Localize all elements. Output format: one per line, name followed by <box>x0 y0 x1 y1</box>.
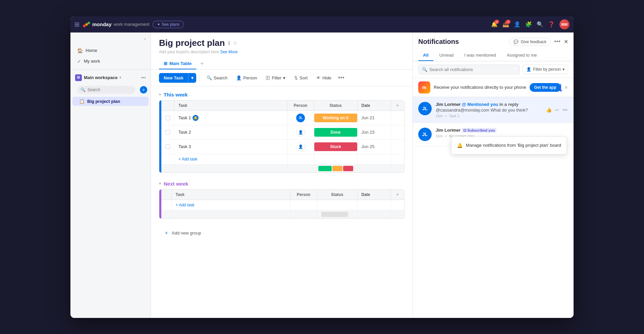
notif-1-meta: 15m • Task 1 <box>436 114 541 118</box>
sidebar-item-my-work[interactable]: ✓ My work <box>72 56 149 66</box>
nw-add-extra <box>391 200 404 210</box>
task1-bell-icon: 🔔 <box>193 115 199 121</box>
sidebar-collapse-icon[interactable]: ‹ <box>144 36 146 42</box>
board-item-big-project[interactable]: 📋 Big project plan <box>72 97 149 106</box>
new-task-dropdown-icon[interactable]: ▾ <box>188 73 196 83</box>
tab-main-table[interactable]: ⊞ Main Table <box>159 58 196 69</box>
row1-task[interactable]: Task 1 🔔 <box>174 111 287 125</box>
notif-tab-all[interactable]: All <box>418 50 433 61</box>
grid-icon[interactable]: ⊞ <box>74 21 79 28</box>
search-input[interactable] <box>88 87 132 92</box>
person-filter-button[interactable]: 👤 Person <box>233 73 260 82</box>
row3-status[interactable]: Stuck <box>314 139 357 154</box>
notif-1-reply-icon[interactable]: ↩ <box>554 107 560 113</box>
add-new-group-button[interactable]: ＋ Add new group <box>159 227 206 239</box>
col-add[interactable]: + <box>391 101 404 111</box>
apps-icon[interactable]: 🧩 <box>525 21 532 27</box>
row1-checkbox[interactable] <box>161 111 174 125</box>
nw-col-add[interactable]: + <box>391 190 404 200</box>
brand-logo-icon <box>83 21 90 28</box>
row1-status[interactable]: Working on it <box>314 111 357 125</box>
see-more-link[interactable]: See More <box>220 50 237 54</box>
row3-person[interactable]: 👤 <box>287 139 314 154</box>
filter-button[interactable]: ⚿ Filter ▾ <box>262 73 289 82</box>
get-app-button[interactable]: Get the app <box>530 83 561 92</box>
board-title-icons: ℹ ☆ <box>228 40 237 46</box>
row1-person[interactable]: JL <box>287 111 314 125</box>
row3-task[interactable]: Task 3 <box>174 139 287 154</box>
workspace-more-icon[interactable]: ••• <box>141 75 146 80</box>
svg-point-1 <box>85 23 88 26</box>
sidebar-my-work-label: My work <box>84 59 100 64</box>
notif-2-dot: • <box>445 134 446 138</box>
table-row: Task 3 👤 Stuck Jun 25 <box>161 139 404 154</box>
search-button[interactable]: 🔍 Search <box>203 73 231 82</box>
person-add-icon[interactable]: 👤 <box>514 21 521 27</box>
filter-icon: ⚿ <box>266 75 270 80</box>
notif-tab-unread[interactable]: Unread <box>435 50 459 61</box>
sidebar-header: ‹ <box>70 32 151 45</box>
new-task-button[interactable]: New Task ▾ <box>159 73 196 83</box>
bell-icon[interactable]: 🔔 2 <box>491 21 498 27</box>
nw-col-checkbox <box>161 190 171 200</box>
toolbar-more-icon[interactable]: ••• <box>337 73 346 83</box>
notif-close-icon[interactable]: ✕ <box>564 39 568 45</box>
info-icon[interactable]: ℹ <box>228 40 230 46</box>
sort-button[interactable]: ⇅ Sort <box>291 73 311 82</box>
row2-task[interactable]: Task 2 <box>174 125 287 139</box>
row2-add <box>391 125 404 139</box>
col-status: Status <box>314 101 357 111</box>
row2-person[interactable]: 👤 <box>287 125 314 139</box>
notif-tab-assigned[interactable]: Assigned to me <box>502 50 542 61</box>
notif-tabs: All Unread I was mentioned Assigned to m… <box>418 50 568 61</box>
col-date: Date <box>357 101 391 111</box>
notif-1-more-icon[interactable]: ••• <box>562 107 568 113</box>
notif-search-input[interactable] <box>429 67 516 72</box>
add-task-label[interactable]: + Add task <box>174 154 287 164</box>
nw-summary-bar <box>321 212 348 217</box>
help-icon[interactable]: ❓ <box>548 21 555 27</box>
notif-1-message: @cassandra@monday.com What do you think? <box>436 108 541 113</box>
hide-button[interactable]: 👁 Hide <box>313 73 335 82</box>
brand-sub: work management <box>114 22 150 27</box>
notifications-panel: Notifications 💬 Give feedback ••• ✕ All … <box>413 32 574 318</box>
nw-add-task-label[interactable]: + Add task <box>171 200 290 210</box>
this-week-table-container: Task Person Status Date + <box>159 100 405 173</box>
avatar-initials: MM <box>561 22 568 26</box>
search-icon[interactable]: 🔍 <box>537 21 543 27</box>
add-board-button[interactable]: + <box>140 86 147 93</box>
board-description: Add your board's description here See Mo… <box>159 50 405 54</box>
banner-close-icon[interactable]: ✕ <box>564 85 568 90</box>
manage-notif-item[interactable]: 🔔 Manage notifications from 'Big project… <box>451 139 567 151</box>
group-toggle-this-week[interactable]: ▾ <box>159 92 161 97</box>
add-task-row-this-week[interactable]: + Add task <box>161 154 404 164</box>
add-tab-button[interactable]: + <box>198 59 207 69</box>
notif-tab-mentioned[interactable]: I was mentioned <box>460 50 501 61</box>
filter-person-label: Filter by person <box>533 67 561 72</box>
notif-1-like-icon[interactable]: 👍 <box>545 107 552 113</box>
board-icon: 📋 <box>79 99 85 104</box>
see-plans-button[interactable]: ✦ See plans <box>153 21 184 28</box>
add-task-row-next-week[interactable]: + Add task <box>161 200 404 210</box>
notif-1-time: 15m <box>436 114 443 118</box>
give-feedback-button[interactable]: 💬 Give feedback <box>509 38 551 46</box>
workspace-info[interactable]: M Main workspace ▾ <box>75 74 121 81</box>
summary-extra <box>391 164 404 173</box>
filter-by-person-button[interactable]: 👤 Filter by person ▾ <box>523 65 568 74</box>
monday-app-icon: m <box>418 81 430 93</box>
navbar-left: ⊞ monday work management ✦ See plans <box>74 21 488 28</box>
row2-status[interactable]: Done <box>314 125 357 139</box>
user-avatar[interactable]: MM <box>559 19 570 29</box>
inbox-icon[interactable]: 📥 1 <box>502 21 509 27</box>
row2-checkbox[interactable] <box>161 125 174 139</box>
sidebar-item-home[interactable]: 🏠 Home <box>72 46 149 56</box>
sidebar-search-bar[interactable]: 🔍 <box>77 86 135 94</box>
row3-checkbox[interactable] <box>161 139 174 154</box>
star-icon[interactable]: ☆ <box>233 40 237 46</box>
group-toggle-next-week[interactable]: ▾ <box>159 181 161 186</box>
nw-add-date <box>357 200 391 210</box>
notif-more-icon[interactable]: ••• <box>554 38 560 45</box>
notif-item-1[interactable]: JL Jim Lorimer @ Mentioned you in a repl… <box>413 97 574 123</box>
notif-search-bar[interactable]: 🔍 <box>418 65 520 74</box>
summary-checkbox <box>161 164 174 173</box>
